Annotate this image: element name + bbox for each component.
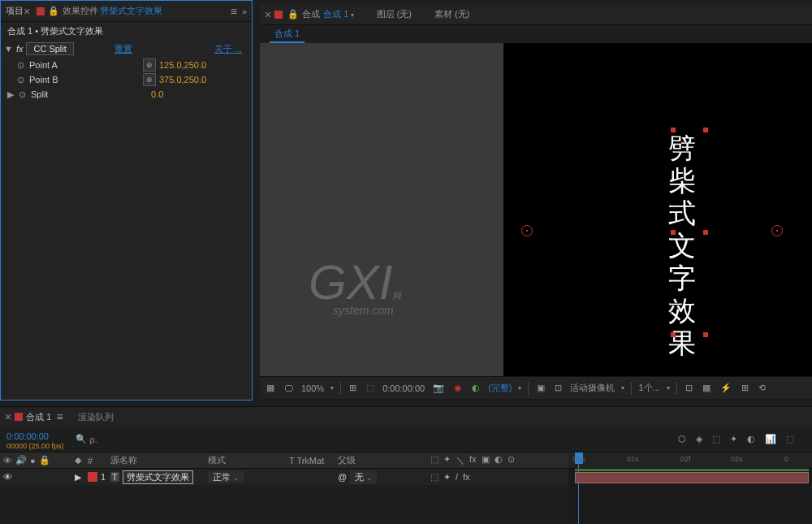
tool-icon[interactable]: ◈ <box>694 434 704 444</box>
refresh-icon[interactable]: ⟲ <box>757 383 767 393</box>
close-icon[interactable]: × <box>24 5 30 18</box>
chevron-down-icon[interactable]: ▾ <box>518 384 521 392</box>
crosshair-icon[interactable]: ⊕ <box>143 58 156 71</box>
expand-icon[interactable]: ▶ <box>75 472 81 482</box>
chevron-down-icon[interactable]: ▾ <box>348 11 353 19</box>
switch-icon[interactable]: ＼ <box>456 454 464 466</box>
eye-column-icon[interactable]: 👁 <box>3 456 12 466</box>
view-icon[interactable]: ⊡ <box>684 383 694 393</box>
name-column[interactable]: 源名称 <box>110 454 208 466</box>
alpha-icon[interactable]: ▦ <box>265 383 276 393</box>
channel-icon[interactable]: ◐ <box>470 383 482 393</box>
selection-handle[interactable] <box>671 128 676 132</box>
layer-name[interactable]: 劈柴式文字效果 <box>123 470 193 484</box>
prop-value[interactable]: 375.0,250.0 <box>159 75 206 84</box>
switch-icon[interactable]: ✦ <box>443 454 451 466</box>
selection-handle[interactable] <box>703 230 708 235</box>
about-link[interactable]: 关于 ... <box>214 43 242 55</box>
tool-icon[interactable]: ⬚ <box>784 434 796 444</box>
timeline-tab-comp[interactable]: 合成 1 ≡ <box>15 410 63 423</box>
stopwatch-icon[interactable]: ⊙ <box>17 60 24 71</box>
pickwhip-icon[interactable]: @ <box>338 472 347 482</box>
switch-icon[interactable]: ▣ <box>482 454 490 466</box>
layer-duration-bar[interactable] <box>575 472 809 483</box>
trkmat-column[interactable]: T TrkMat <box>289 456 338 466</box>
snapshot-icon[interactable]: ◉ <box>452 383 464 393</box>
camera-dropdown[interactable]: 活动摄像机 <box>570 382 615 394</box>
switch-value[interactable]: ✦ <box>443 472 451 483</box>
label-column-icon[interactable]: ◆ <box>75 455 88 466</box>
switch-value[interactable]: ⬚ <box>430 472 438 483</box>
composition-viewport[interactable]: GXI网 system.com 劈柴式文字效果 <box>260 43 812 376</box>
selection-handle[interactable] <box>703 128 708 132</box>
selection-handle[interactable] <box>671 332 676 337</box>
prop-value[interactable]: 125.0,250.0 <box>159 60 206 70</box>
shy-icon[interactable]: ⬚ <box>710 434 722 444</box>
anchor-point-icon[interactable] <box>771 225 783 236</box>
effect-cc-split-header[interactable]: ▼ fx CC Split 重置 关于 ... <box>1 41 252 58</box>
fast-icon[interactable]: ⚡ <box>719 383 733 393</box>
timeline-tab-render[interactable]: 渲染队列 <box>78 411 114 423</box>
anchor-point-icon[interactable] <box>521 225 533 236</box>
effect-name[interactable]: CC Split <box>26 42 73 55</box>
lock-column-icon[interactable]: 🔒 <box>39 455 50 466</box>
selection-handle[interactable] <box>671 230 676 235</box>
switch-icon[interactable]: ◐ <box>495 454 503 466</box>
viewer-subtab-active[interactable]: 合成 1 <box>270 26 304 43</box>
switch-value[interactable]: fx <box>463 472 470 483</box>
eye-toggle-icon[interactable]: 👁 <box>3 472 12 482</box>
work-area-bar[interactable] <box>575 469 809 471</box>
viewer-tab-layer-link[interactable]: (无) <box>397 9 412 19</box>
close-icon[interactable]: × <box>265 8 271 21</box>
collapse-toggle-icon[interactable]: ▼ <box>4 44 13 54</box>
guides-icon[interactable]: ⊡ <box>553 383 564 393</box>
layer-color-swatch[interactable] <box>88 472 97 482</box>
blend-mode-dropdown[interactable]: 正常 ⌄ <box>208 471 244 483</box>
effects-title-link[interactable]: 劈柴式文字效果 <box>100 5 162 17</box>
tool-icon[interactable]: ✦ <box>728 434 739 444</box>
switch-icon[interactable]: ⬚ <box>430 454 438 466</box>
lock-icon[interactable]: 🔒 <box>287 9 299 19</box>
switch-value[interactable]: / <box>456 472 458 483</box>
zoom-value[interactable]: 100% <box>301 383 324 393</box>
stopwatch-icon[interactable]: ⊙ <box>19 89 26 100</box>
viewer-tab-comp-link[interactable]: 合成 1 <box>323 9 348 19</box>
project-tab-label[interactable]: 项目 <box>6 5 24 17</box>
pixel-icon[interactable]: ▦ <box>701 383 712 393</box>
motion-blur-icon[interactable]: ◐ <box>745 434 757 444</box>
views-dropdown[interactable]: 1个... <box>638 382 659 394</box>
switch-icon[interactable]: fx <box>469 454 477 466</box>
expand-icon[interactable]: ▶ <box>7 89 14 100</box>
viewer-tab-footage-link[interactable]: (无) <box>455 9 469 19</box>
resolution-dropdown[interactable]: (完整) <box>488 382 512 394</box>
selection-handle[interactable] <box>703 332 708 337</box>
region-icon[interactable]: ▣ <box>535 383 546 393</box>
reset-link[interactable]: 重置 <box>114 43 132 55</box>
panel-chevrons-icon[interactable]: » <box>242 6 247 16</box>
crosshair-icon[interactable]: ⊕ <box>143 73 156 86</box>
lock-icon[interactable]: 🔒 <box>48 6 59 16</box>
panel-menu-icon[interactable]: ≡ <box>231 5 237 18</box>
close-icon[interactable]: × <box>5 410 11 423</box>
timeline-track-area[interactable]: 00s 01s 02f 02s 0 <box>568 453 812 524</box>
time-ruler[interactable]: 00s 01s 02f 02s 0 <box>568 453 812 469</box>
camera-icon[interactable]: 📷 <box>431 383 446 393</box>
text-layer[interactable]: 劈柴式文字效果 <box>666 132 698 360</box>
timeline-icon[interactable]: ⊞ <box>740 383 750 393</box>
parent-dropdown[interactable]: 无 ⌄ <box>350 470 377 484</box>
chevron-down-icon[interactable]: ▾ <box>330 384 334 392</box>
mask-icon[interactable]: ⬚ <box>365 383 376 393</box>
tool-icon[interactable]: ⬡ <box>676 434 688 444</box>
audio-column-icon[interactable]: 🔊 <box>15 455 27 466</box>
footer-time[interactable]: 0:00:00:00 <box>382 383 425 393</box>
fx-enable-icon[interactable]: fx <box>16 44 24 54</box>
chevron-down-icon[interactable]: ▾ <box>667 384 670 392</box>
stopwatch-icon[interactable]: ⊙ <box>17 75 24 85</box>
grid-icon[interactable]: ⊞ <box>348 383 358 393</box>
tab-menu-icon[interactable]: ≡ <box>56 410 63 423</box>
graph-icon[interactable]: 📊 <box>763 434 778 444</box>
monitor-icon[interactable]: 🖵 <box>283 383 295 393</box>
prop-value[interactable]: 0.0 <box>151 89 163 99</box>
mode-column[interactable]: 模式 <box>208 454 289 466</box>
layer-search[interactable]: 🔍 ρ. <box>76 434 97 444</box>
